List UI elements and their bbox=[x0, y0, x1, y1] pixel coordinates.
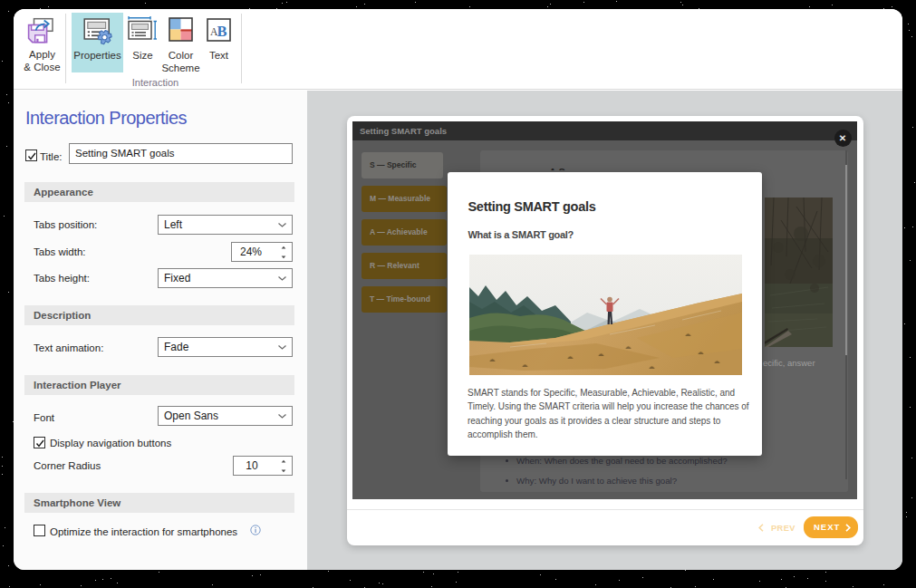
svg-text:B: B bbox=[217, 23, 227, 40]
